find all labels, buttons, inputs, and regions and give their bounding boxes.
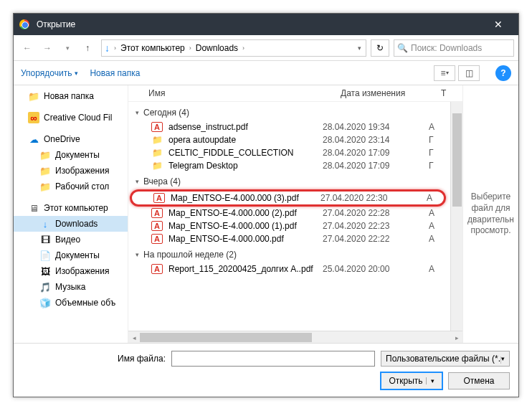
- sidebar-item-pictures2[interactable]: 🖼Изображения: [14, 263, 128, 279]
- horizontal-scrollbar[interactable]: ◂ ▸: [128, 331, 462, 343]
- folder-icon: 📁: [151, 135, 163, 145]
- recent-dropdown[interactable]: ▾: [58, 39, 77, 57]
- file-date: 28.04.2020 23:14: [323, 135, 423, 145]
- breadcrumb-downloads[interactable]: Downloads: [193, 43, 241, 53]
- file-date: 27.04.2020 22:22: [323, 234, 423, 244]
- file-date: 25.04.2020 20:00: [323, 264, 423, 274]
- nav-bar: ← → ▾ ↑ ↓ › Этот компьютер › Downloads ›…: [14, 35, 518, 61]
- pdf-icon: A: [153, 193, 165, 203]
- file-name: opera autoupdate: [168, 135, 317, 145]
- sidebar-item-documents[interactable]: 📁Документы: [14, 147, 128, 163]
- new-folder-button[interactable]: Новая папка: [90, 68, 140, 78]
- column-type[interactable]: Т: [441, 88, 455, 98]
- group-header[interactable]: ▾На прошлой неделе (2): [130, 245, 446, 263]
- close-button[interactable]: ✕: [484, 19, 513, 30]
- column-name[interactable]: Имя: [136, 88, 341, 98]
- file-name: CELTIC_FIDDLE_COLLECTION: [168, 148, 317, 158]
- refresh-button[interactable]: ↻: [371, 39, 389, 57]
- scroll-left-arrow[interactable]: ◂: [128, 331, 140, 343]
- file-row[interactable]: Aadsense_instruct.pdf28.04.2020 19:34A: [130, 121, 446, 133]
- pdf-icon: A: [151, 234, 163, 244]
- videos-icon: 🎞: [39, 234, 51, 245]
- vertical-scrollbar[interactable]: [450, 102, 462, 331]
- folder-icon: 📁: [39, 181, 51, 192]
- file-date: 27.04.2020 22:28: [323, 208, 423, 218]
- up-button[interactable]: ↑: [78, 39, 97, 57]
- chevron-down-icon: ▾: [136, 109, 139, 116]
- search-input[interactable]: 🔍 Поиск: Downloads: [394, 39, 514, 57]
- group-header[interactable]: ▾Сегодня (4): [130, 103, 446, 121]
- chevron-down-icon: ▾: [136, 178, 139, 185]
- view-buttons: ≡ ▾ ◫: [434, 65, 480, 81]
- view-mode-button[interactable]: ≡ ▾: [434, 65, 455, 81]
- file-row[interactable]: AMap_ENTSO-E-4.000.000 (3).pdf27.04.2020…: [130, 189, 446, 207]
- file-list: Имя Дата изменения Т ▾Сегодня (4)Aadsens…: [128, 85, 462, 343]
- sidebar-item-documents2[interactable]: 📄Документы: [14, 247, 128, 263]
- main-area: 📁Новая папка ∞Creative Cloud Fil ☁OneDri…: [14, 85, 518, 343]
- file-row[interactable]: AMap_ENTSO-E-4.000.000 (2).pdf27.04.2020…: [130, 207, 446, 219]
- preview-pane: Выберите файл для дварительн просмотр.: [462, 85, 518, 343]
- scrollbar-thumb[interactable]: [140, 333, 312, 342]
- file-type: A: [429, 221, 443, 231]
- sidebar-item-new-folder[interactable]: 📁Новая папка: [14, 88, 128, 104]
- file-date: 28.04.2020 19:34: [323, 122, 423, 132]
- toolbar: Упорядочить ▾ Новая папка ≡ ▾ ◫ ?: [14, 61, 518, 85]
- file-row[interactable]: AReport_115_20200425_долгих A..pdf25.04.…: [130, 263, 446, 275]
- sidebar-item-videos[interactable]: 🎞Видео: [14, 232, 128, 247]
- breadcrumb[interactable]: ↓ › Этот компьютер › Downloads › ▾: [101, 39, 366, 57]
- 3d-icon: 🧊: [39, 297, 51, 308]
- file-rows[interactable]: ▾Сегодня (4)Aadsense_instruct.pdf28.04.2…: [128, 102, 450, 331]
- sidebar-item-this-pc[interactable]: 🖥Этот компьютер: [14, 200, 128, 216]
- pdf-icon: A: [151, 264, 163, 274]
- sidebar-item-pictures[interactable]: 📁Изображения: [14, 163, 128, 179]
- file-type: A: [429, 234, 443, 244]
- search-icon: 🔍: [397, 43, 408, 53]
- sidebar-item-downloads[interactable]: ↓Downloads: [14, 216, 128, 232]
- sidebar-item-desktop[interactable]: 📁Рабочий стол: [14, 179, 128, 194]
- creative-cloud-icon: ∞: [28, 112, 39, 123]
- file-date: 27.04.2020 22:30: [320, 193, 421, 203]
- organize-menu[interactable]: Упорядочить ▾: [21, 68, 78, 78]
- file-row[interactable]: AMap_ENTSO-E-4.000.000.pdf27.04.2020 22:…: [130, 232, 446, 245]
- file-row[interactable]: AMap_ENTSO-E-4.000.000 (1).pdf27.04.2020…: [130, 219, 446, 232]
- file-type: Г: [429, 161, 443, 171]
- chevron-right-icon: ›: [188, 44, 193, 52]
- file-type: A: [427, 193, 441, 203]
- column-date[interactable]: Дата изменения: [341, 88, 441, 98]
- preview-pane-button[interactable]: ◫: [458, 65, 480, 81]
- split-chevron-icon: ▾: [426, 377, 434, 384]
- chevron-down-icon: ▾: [501, 355, 505, 362]
- open-button[interactable]: Открыть ▾: [381, 372, 442, 389]
- navigation-tree[interactable]: 📁Новая папка ∞Creative Cloud Fil ☁OneDri…: [14, 85, 128, 343]
- file-name: Map_ENTSO-E-4.000.000 (1).pdf: [168, 221, 317, 231]
- chevron-down-icon: ▾: [75, 70, 78, 77]
- music-icon: 🎵: [39, 281, 51, 293]
- back-button[interactable]: ←: [18, 39, 37, 57]
- pdf-icon: A: [151, 122, 163, 132]
- chevron-down-icon[interactable]: ▾: [356, 44, 363, 52]
- column-headers[interactable]: Имя Дата изменения Т: [128, 85, 462, 102]
- breadcrumb-this-pc[interactable]: Этот компьютер: [118, 43, 188, 53]
- file-row[interactable]: 📁CELTIC_FIDDLE_COLLECTION28.04.2020 17:0…: [130, 146, 446, 159]
- filename-input[interactable]: [171, 351, 375, 367]
- folder-icon: 📁: [28, 90, 39, 102]
- sidebar-item-3d-objects[interactable]: 🧊Объемные объ: [14, 295, 128, 311]
- search-placeholder: Поиск: Downloads: [411, 43, 482, 53]
- sidebar-item-creative-cloud[interactable]: ∞Creative Cloud Fil: [14, 110, 128, 126]
- pdf-icon: A: [151, 208, 163, 218]
- file-row[interactable]: 📁opera autoupdate28.04.2020 23:14Г: [130, 133, 446, 146]
- scroll-right-arrow[interactable]: ▸: [451, 331, 462, 343]
- sidebar-item-onedrive[interactable]: ☁OneDrive: [14, 131, 128, 147]
- cancel-button[interactable]: Отмена: [448, 372, 510, 389]
- filename-label: Имя файла:: [22, 354, 166, 364]
- filetype-filter[interactable]: Пользовательские файлы (*.p ▾: [381, 351, 510, 367]
- file-name: Report_115_20200425_долгих A..pdf: [168, 264, 317, 274]
- file-row[interactable]: 📁Telegram Desktop28.04.2020 17:09Г: [130, 159, 446, 172]
- onedrive-icon: ☁: [28, 133, 39, 145]
- scrollbar-thumb[interactable]: [452, 113, 462, 207]
- sidebar-item-music[interactable]: 🎵Музыка: [14, 279, 128, 295]
- folder-icon: 📁: [151, 161, 163, 171]
- help-button[interactable]: ?: [495, 65, 511, 81]
- group-header[interactable]: ▾Вчера (4): [130, 172, 446, 189]
- chevron-down-icon: ▾: [136, 251, 139, 258]
